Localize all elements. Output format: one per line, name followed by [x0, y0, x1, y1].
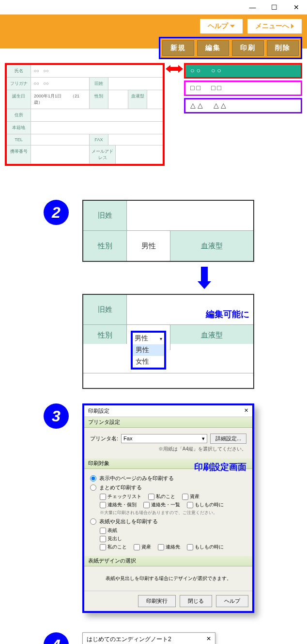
- radio-cover[interactable]: 表紙や見出しを印刷する: [90, 518, 246, 525]
- maximize-button[interactable]: ☐: [263, 0, 285, 15]
- minimize-button[interactable]: —: [242, 0, 263, 15]
- oldname-label: 旧姓: [83, 295, 127, 324]
- print-close-button[interactable]: 閉じる: [180, 595, 212, 607]
- batch-check-row-1: チェックリスト 私のこと 資産: [100, 493, 246, 500]
- new-button[interactable]: 新規: [162, 40, 194, 56]
- tel-label: TEL: [7, 134, 31, 145]
- toolbar-container: 新規 編集 印刷 削除: [0, 37, 307, 59]
- check-item[interactable]: 連絡先・一覧: [143, 501, 180, 508]
- edit-button[interactable]: 編集: [197, 40, 229, 56]
- step-badge-3: 3: [44, 403, 69, 429]
- help-button[interactable]: ヘルプ: [200, 18, 243, 34]
- print-close-icon[interactable]: ✕: [244, 407, 248, 415]
- check-label: 連絡先・個別: [107, 501, 137, 508]
- check-item[interactable]: 私のこと: [148, 493, 175, 500]
- gender-label: 性別: [83, 325, 127, 344]
- gender-value: [108, 90, 128, 109]
- checkbox-input[interactable]: [158, 544, 164, 550]
- blood-label: 血液型: [128, 90, 147, 109]
- tel-value: [31, 134, 89, 145]
- address-value: [31, 109, 163, 121]
- checkbox-input[interactable]: [187, 544, 193, 550]
- checkbox-input[interactable]: [182, 494, 188, 500]
- window-chrome: — ☐ ✕: [0, 0, 307, 15]
- name-value: ○○ ○○: [31, 65, 163, 77]
- radio-input[interactable]: [90, 484, 96, 491]
- check-item[interactable]: 私のこと: [100, 544, 127, 550]
- form-row-honseki: 本籍地: [7, 122, 163, 134]
- design-note: 表紙や見出しを印刷する場合にデザインが選択できます。: [84, 566, 252, 591]
- gender-option-male[interactable]: 男性: [133, 344, 164, 356]
- check-label: 連絡先・一覧: [151, 501, 180, 508]
- gender-option-female[interactable]: 女性: [133, 356, 164, 368]
- gender-label: 性別: [89, 90, 108, 109]
- printer-detail-button[interactable]: 詳細設定...: [210, 434, 246, 444]
- check-item[interactable]: 資産: [182, 493, 200, 500]
- check-item[interactable]: 表紙: [100, 527, 117, 534]
- checkbox-input[interactable]: [187, 502, 193, 508]
- confirm-close-icon[interactable]: ✕: [206, 635, 211, 644]
- design-section-header: 表紙デザインの選択: [84, 556, 252, 566]
- checkbox-input[interactable]: [100, 536, 106, 542]
- print-execute-button[interactable]: 印刷実行: [138, 595, 176, 607]
- check-item[interactable]: 資産: [134, 544, 151, 550]
- step-3: 3 印刷設定画面 印刷設定 ✕ プリンタ設定 プリンタ名: Fax ▾ 詳細設定…: [0, 403, 307, 613]
- close-button[interactable]: ✕: [285, 0, 307, 15]
- list-item[interactable]: □□ □□: [184, 80, 302, 96]
- mass-print-note: ※大量に印刷される場合がありますので、ご注意ください。: [100, 510, 246, 516]
- print-dialog-titlebar: 印刷設定 ✕: [84, 405, 252, 417]
- double-arrow-icon: [166, 65, 183, 73]
- mobile-value: [31, 145, 89, 164]
- printer-select[interactable]: Fax ▾: [121, 434, 207, 443]
- check-item[interactable]: 連絡先: [158, 544, 180, 550]
- print-button[interactable]: 印刷: [232, 40, 264, 56]
- editable-label: 編集可能に: [206, 308, 249, 320]
- check-label: もしもの時に: [195, 544, 224, 550]
- radio-input[interactable]: [90, 475, 96, 482]
- form-row-tel: TEL FAX: [7, 134, 163, 145]
- confirm-title: はじめてのエンディングノート2: [87, 635, 171, 644]
- check-item[interactable]: 連絡先・個別: [100, 501, 137, 508]
- fax-value: [108, 134, 163, 145]
- radio-label: 表示中のページのみを印刷する: [99, 475, 174, 482]
- mail-label: メールアドレス: [89, 145, 116, 164]
- checkbox-input[interactable]: [100, 494, 106, 500]
- radio-input[interactable]: [90, 518, 96, 525]
- checkbox-input[interactable]: [100, 544, 106, 550]
- birthday-value: 2000年1月1日 （21 歳）: [31, 90, 89, 109]
- checkbox-input[interactable]: [100, 502, 106, 508]
- empty-row: [83, 373, 253, 388]
- readonly-table: 旧姓 性別 男性 血液型: [82, 200, 254, 262]
- cover-check-row-3: 私のこと 資産 連絡先 もしもの時に: [100, 544, 246, 550]
- help-label: ヘルプ: [208, 22, 228, 31]
- radio-batch[interactable]: まとめて印刷する: [90, 484, 246, 491]
- list-item[interactable]: ○○ ○○: [184, 63, 302, 79]
- check-item[interactable]: 見出し: [100, 535, 122, 542]
- birthday-label: 誕生日: [7, 90, 31, 109]
- checkbox-input[interactable]: [134, 544, 140, 550]
- person-list: ○○ ○○ □□ □□ △△ △△: [184, 63, 302, 115]
- delete-button[interactable]: 削除: [267, 40, 299, 56]
- checkbox-input[interactable]: [148, 494, 154, 500]
- printer-value: Fax: [123, 435, 132, 442]
- check-item[interactable]: もしもの時に: [187, 544, 224, 550]
- radio-current-page[interactable]: 表示中のページのみを印刷する: [90, 475, 246, 482]
- check-item[interactable]: チェックリスト: [100, 493, 141, 500]
- gender-label: 性別: [83, 231, 127, 261]
- print-dialog-footer: 印刷実行 閉じる ヘルプ: [84, 591, 252, 611]
- menu-button[interactable]: メニューへ: [247, 18, 302, 34]
- form-row-mobile: 携帯番号 メールアドレス: [7, 145, 163, 164]
- list-item[interactable]: △△ △△: [184, 98, 302, 113]
- fax-label: FAX: [89, 134, 108, 145]
- check-item[interactable]: もしもの時に: [187, 501, 224, 508]
- print-dialog-label: 印刷設定画面: [194, 461, 246, 473]
- print-help-button[interactable]: ヘルプ: [216, 595, 248, 607]
- furigana-label: フリガナ: [7, 78, 31, 90]
- checkbox-input[interactable]: [143, 502, 150, 508]
- gender-dropdown[interactable]: 男性 ▾ 男性 女性: [131, 331, 166, 346]
- paper-note: ※用紙は「A4縦」を選択してください。: [90, 446, 246, 452]
- check-label: 資産: [190, 493, 200, 500]
- checkbox-input[interactable]: [100, 528, 106, 534]
- mobile-label: 携帯番号: [7, 145, 31, 164]
- check-label: 私のこと: [107, 544, 127, 550]
